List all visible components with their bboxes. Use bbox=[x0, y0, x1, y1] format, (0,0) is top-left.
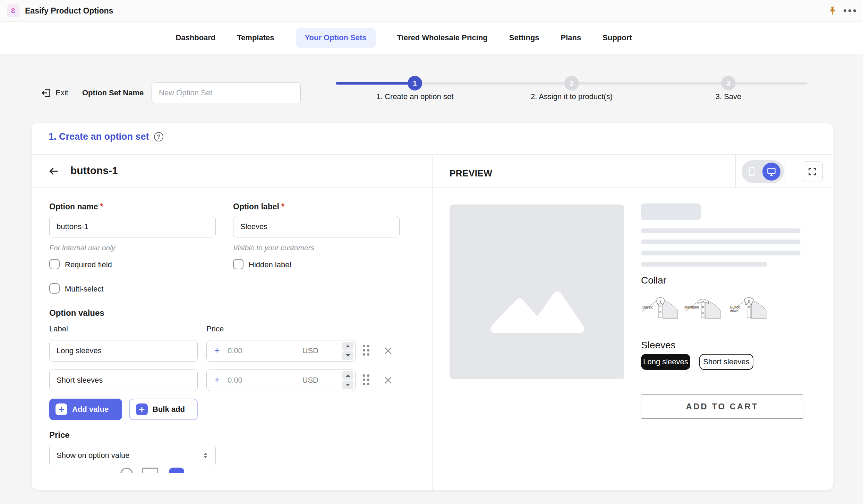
app-navigation: Dashboard Templates Your Option Sets Tie… bbox=[0, 21, 863, 54]
add-to-cart-button[interactable]: ADD TO CART bbox=[641, 394, 803, 419]
divider bbox=[32, 154, 834, 155]
price-stepper bbox=[342, 342, 353, 360]
remove-value-icon[interactable] bbox=[383, 375, 393, 385]
label-column-header: Label bbox=[49, 324, 68, 333]
sleeve-button-short[interactable]: Short sleeves bbox=[699, 354, 753, 370]
drag-handle[interactable] bbox=[363, 345, 369, 356]
collar-option-label: Collar bbox=[641, 275, 666, 286]
option-name-input[interactable] bbox=[49, 216, 216, 237]
hidden-label-checkbox[interactable] bbox=[233, 259, 243, 269]
plus-icon bbox=[55, 403, 67, 415]
price-value: 0.00 bbox=[228, 346, 242, 355]
plus-icon: + bbox=[214, 345, 220, 356]
desktop-preview-button[interactable] bbox=[762, 163, 780, 181]
collar-swatch-classic[interactable]: Classic bbox=[641, 292, 680, 321]
stepper-up-button[interactable] bbox=[342, 342, 353, 350]
stepper-up-button[interactable] bbox=[342, 371, 353, 380]
price-display-select[interactable]: Show on option value bbox=[49, 445, 216, 466]
bulk-add-button[interactable]: Bulk add bbox=[129, 399, 198, 420]
skeleton-line bbox=[641, 251, 801, 255]
required-field-label: Required field bbox=[65, 260, 112, 269]
panel-divider bbox=[432, 154, 433, 490]
exit-icon bbox=[41, 88, 51, 98]
skeleton-title bbox=[641, 203, 701, 220]
header-divider bbox=[785, 154, 785, 188]
tab-dashboard[interactable]: Dashboard bbox=[176, 28, 215, 48]
option-label-input[interactable] bbox=[233, 216, 400, 237]
exit-label: Exit bbox=[55, 88, 68, 97]
step-3-label: 3. Save bbox=[656, 92, 801, 101]
option-name-helper: For internal use only bbox=[49, 244, 115, 252]
required-asterisk: * bbox=[100, 202, 103, 211]
fullscreen-icon bbox=[808, 167, 817, 176]
device-preview-toggle bbox=[742, 160, 784, 183]
header-divider bbox=[735, 154, 736, 188]
sleeves-option-label: Sleeves bbox=[641, 340, 676, 351]
option-editor-title: buttons-1 bbox=[70, 165, 118, 176]
option-label-helper: Visible to your customers bbox=[233, 244, 314, 252]
collar-swatch-label: Mandarin bbox=[684, 305, 702, 309]
skeleton-line bbox=[641, 240, 801, 244]
tab-plans[interactable]: Plans bbox=[561, 28, 581, 48]
multi-select-checkbox[interactable] bbox=[49, 283, 60, 294]
plus-icon: + bbox=[214, 374, 220, 385]
pin-icon[interactable] bbox=[827, 6, 838, 17]
stepper-down-button[interactable] bbox=[342, 381, 353, 389]
price-value: 0.00 bbox=[228, 376, 242, 385]
price-display-selected-value: Show on option value bbox=[57, 451, 129, 460]
drag-handle[interactable] bbox=[363, 374, 369, 385]
select-arrows-icon bbox=[201, 451, 210, 460]
tab-settings[interactable]: Settings bbox=[509, 28, 539, 48]
value-price-field[interactable]: + 0.00 USD bbox=[206, 370, 356, 391]
currency-label: USD bbox=[302, 346, 318, 355]
mobile-preview-button[interactable] bbox=[742, 160, 762, 183]
price-column-header: Price bbox=[206, 324, 224, 333]
step-1-label: 1. Create an option set bbox=[342, 92, 488, 101]
tab-tiered-wholesale-pricing[interactable]: Tiered Wholesale Pricing bbox=[397, 28, 488, 48]
collar-swatch-mandarin[interactable]: Mandarin bbox=[684, 292, 723, 321]
option-set-card: 1. Create an option set buttons-1 Option… bbox=[32, 123, 834, 490]
sleeve-button-long[interactable]: Long sleeves bbox=[641, 354, 690, 370]
divider bbox=[32, 188, 834, 188]
preview-heading: PREVIEW bbox=[450, 168, 492, 179]
required-field-checkbox[interactable] bbox=[49, 259, 60, 269]
price-section-heading: Price bbox=[49, 430, 70, 440]
price-stepper bbox=[342, 371, 353, 389]
step-3-circle[interactable]: 3 bbox=[721, 76, 736, 90]
skeleton-line bbox=[641, 262, 767, 267]
add-value-button[interactable]: Add value bbox=[49, 399, 122, 420]
step-1-circle[interactable]: 1 bbox=[408, 76, 422, 90]
button-style-icon[interactable] bbox=[169, 468, 184, 473]
tab-your-option-sets[interactable]: Your Option Sets bbox=[296, 28, 376, 48]
fullscreen-button[interactable] bbox=[802, 161, 823, 182]
collar-swatch-button-down[interactable]: Button down bbox=[729, 292, 768, 321]
stepper-down-button[interactable] bbox=[342, 351, 353, 360]
value-price-field[interactable]: + 0.00 USD bbox=[206, 340, 356, 362]
currency-label: USD bbox=[302, 376, 318, 385]
remove-value-icon[interactable] bbox=[383, 346, 393, 356]
exit-button[interactable]: Exit bbox=[41, 87, 68, 99]
image-mountains-icon bbox=[486, 290, 588, 333]
option-name-label: Option name* bbox=[49, 202, 103, 211]
tab-support[interactable]: Support bbox=[603, 28, 632, 48]
stepper-progress bbox=[336, 82, 415, 85]
display-style-options bbox=[115, 468, 229, 473]
easify-app-logo-icon: Ɛ bbox=[7, 5, 19, 17]
value-label-input[interactable] bbox=[49, 370, 198, 391]
square-style-icon[interactable] bbox=[142, 468, 158, 473]
phone-icon bbox=[746, 166, 758, 177]
collar-swatch-label: Button down bbox=[730, 305, 747, 313]
step-2-circle[interactable]: 2 bbox=[564, 76, 579, 90]
option-values-heading: Option values bbox=[49, 308, 104, 318]
help-icon[interactable] bbox=[154, 132, 163, 141]
back-arrow-icon[interactable] bbox=[48, 165, 60, 177]
circle-style-icon[interactable] bbox=[120, 468, 133, 473]
tab-templates[interactable]: Templates bbox=[237, 28, 274, 48]
more-menu-icon[interactable] bbox=[844, 9, 856, 12]
multi-select-label: Multi-select bbox=[65, 285, 103, 294]
option-set-name-input[interactable] bbox=[152, 82, 301, 103]
app-top-bar: Ɛ Easify Product Options bbox=[0, 0, 863, 21]
value-label-input[interactable] bbox=[49, 340, 198, 362]
skeleton-line bbox=[641, 228, 801, 233]
option-set-name-label: Option Set Name bbox=[82, 88, 144, 97]
